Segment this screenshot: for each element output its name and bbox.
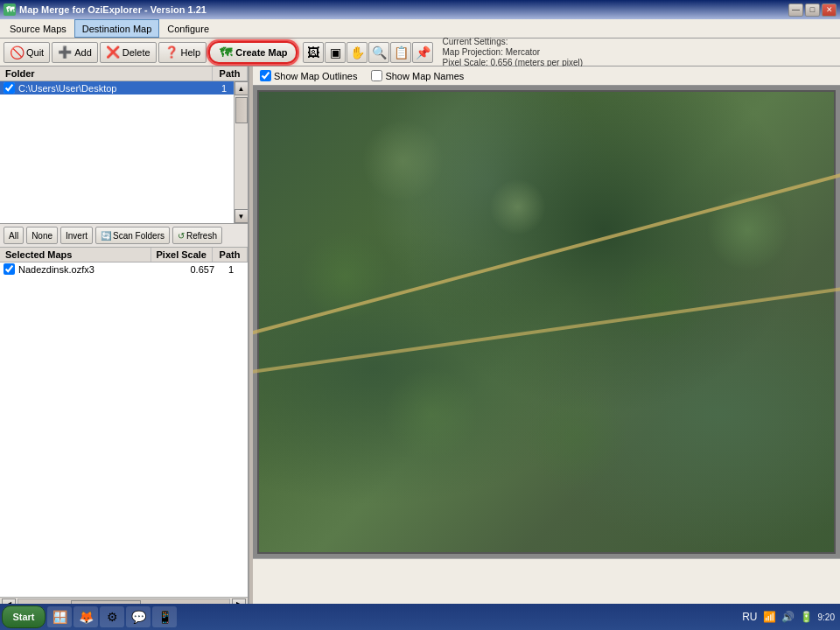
path-col-header: Path — [213, 66, 248, 80]
settings-panel: Current Settings: Map Projection: Mercat… — [442, 37, 583, 67]
quit-icon: 🚫 — [10, 46, 24, 60]
scroll-down-button[interactable]: ▼ — [234, 209, 248, 223]
right-panel: Show Map Outlines Show Map Names — [253, 66, 840, 611]
left-panel: Folder Path C:\Users\User\Desktop 1 ▲ ▼ — [0, 66, 249, 611]
export-button[interactable]: 📋 — [390, 42, 411, 63]
create-map-button[interactable]: 🗺 Create Map — [208, 41, 298, 64]
battery-icon: 🔋 — [800, 611, 813, 623]
main-toolbar: 🚫 Quit ➕ Add ❌ Delete ❓ Help 🗺 Create Ma… — [0, 38, 840, 66]
window-title: Map Merge for OziExplorer - Version 1.21 — [19, 4, 206, 15]
folder-col-header: Folder — [0, 66, 213, 80]
scan-folders-button[interactable]: 🔄 Scan Folders — [95, 227, 170, 244]
app-icon: 🗺 — [4, 4, 16, 16]
menu-source-maps[interactable]: Source Maps — [2, 19, 74, 38]
taskbar: Start 🪟 🦊 ⚙ 💬 📱 RU 📶 🔊 🔋 9:20 — [0, 604, 840, 630]
scroll-thumb[interactable] — [235, 97, 248, 123]
scan-icon: 🔄 — [101, 231, 111, 241]
menu-configure[interactable]: Configure — [159, 19, 217, 38]
pan-tool-button[interactable]: ✋ — [346, 42, 368, 63]
folder-scrollbar[interactable]: ▲ ▼ — [234, 81, 248, 223]
invert-button[interactable]: Invert — [60, 227, 93, 244]
map-info-strip — [253, 558, 840, 611]
taskbar-app-windows[interactable]: 🪟 — [47, 606, 72, 627]
help-icon: ❓ — [164, 46, 178, 60]
map-checkbox[interactable] — [4, 263, 15, 275]
map-pixel-scale: 0.657 — [162, 264, 214, 275]
taskbar-system-tray: RU 📶 🔊 🔋 9:20 — [742, 611, 838, 623]
quit-button[interactable]: 🚫 Quit — [4, 42, 50, 63]
map-projection: Map Projection: Mercator — [442, 47, 583, 57]
settings-title: Current Settings: — [442, 37, 583, 46]
create-map-icon: 🗺 — [219, 46, 233, 60]
folder-path: C:\Users\User\Desktop — [18, 83, 116, 94]
taskbar-app-phone[interactable]: 📱 — [152, 606, 177, 627]
selected-path-col: Path — [213, 248, 248, 262]
none-button[interactable]: None — [26, 227, 58, 244]
selected-name-col: Selected Maps — [0, 248, 151, 262]
show-names-label[interactable]: Show Map Names — [371, 70, 464, 81]
zoom-tool-button[interactable]: 🔍 — [368, 42, 389, 63]
add-icon: ➕ — [58, 46, 72, 60]
network-icon: 📶 — [763, 611, 776, 623]
volume-icon: 🔊 — [781, 611, 794, 623]
show-outlines-label[interactable]: Show Map Outlines — [260, 70, 357, 81]
language-indicator: RU — [742, 611, 757, 623]
folder-checkbox[interactable] — [4, 82, 15, 94]
left-toolbar: All None Invert 🔄 Scan Folders ↺ Refresh — [0, 224, 248, 248]
map-name: Nadezdinsk.ozfx3 — [18, 264, 158, 275]
delete-icon: ❌ — [106, 46, 120, 60]
show-names-checkbox[interactable] — [371, 70, 382, 81]
scroll-up-button[interactable]: ▲ — [234, 81, 248, 95]
main-area: Folder Path C:\Users\User\Desktop 1 ▲ ▼ — [0, 66, 840, 611]
help-button[interactable]: ❓ Help — [158, 42, 207, 63]
refresh-button[interactable]: ↺ Refresh — [172, 227, 222, 244]
map-item[interactable]: Nadezdinsk.ozfx3 0.657 1 — [0, 262, 248, 276]
folder-item[interactable]: C:\Users\User\Desktop 1 — [0, 81, 234, 94]
minimize-button[interactable]: — — [788, 4, 803, 17]
taskbar-app-firefox[interactable]: 🦊 — [74, 606, 98, 627]
select-tool-button[interactable]: ▣ — [325, 42, 346, 63]
image-view-button[interactable]: 🖼 — [303, 42, 324, 63]
title-bar: 🗺 Map Merge for OziExplorer - Version 1.… — [0, 0, 840, 19]
map-controls-bar: Show Map Outlines Show Map Names — [253, 66, 840, 86]
taskbar-app-chat[interactable]: 💬 — [126, 606, 150, 627]
show-outlines-checkbox[interactable] — [260, 70, 271, 81]
add-button[interactable]: ➕ Add — [52, 42, 98, 63]
selected-maps-section: Selected Maps Pixel Scale Path Nadezdins… — [0, 248, 248, 597]
taskbar-app-settings[interactable]: ⚙ — [100, 606, 124, 627]
menu-bar: Source Maps Destination Map Configure — [0, 19, 840, 38]
menu-destination-map[interactable]: Destination Map — [74, 19, 160, 38]
maximize-button[interactable]: □ — [805, 4, 820, 17]
selected-maps-header: Selected Maps Pixel Scale Path — [0, 248, 248, 262]
delete-button[interactable]: ❌ Delete — [100, 42, 157, 63]
folder-path-num: 1 — [221, 83, 230, 94]
map-noise-overlay — [259, 92, 834, 552]
start-button[interactable]: Start — [2, 606, 46, 628]
clock: 9:20 — [818, 612, 835, 622]
folder-section: Folder Path C:\Users\User\Desktop 1 ▲ ▼ — [0, 66, 248, 224]
selected-maps-list: Nadezdinsk.ozfx3 0.657 1 — [0, 262, 248, 597]
layers-button[interactable]: 📌 — [412, 42, 433, 63]
folder-list-header: Folder Path — [0, 66, 248, 81]
close-button[interactable]: ✕ — [822, 4, 836, 17]
satellite-map-image — [257, 90, 836, 554]
map-path: 1 — [218, 264, 244, 275]
folder-list: C:\Users\User\Desktop 1 — [0, 81, 234, 223]
nav-toolbar: 🖼 ▣ ✋ 🔍 📋 📌 — [303, 42, 433, 63]
selected-pixel-col: Pixel Scale — [151, 248, 214, 262]
map-view[interactable] — [253, 86, 840, 558]
all-button[interactable]: All — [4, 227, 24, 244]
refresh-icon: ↺ — [178, 231, 185, 241]
